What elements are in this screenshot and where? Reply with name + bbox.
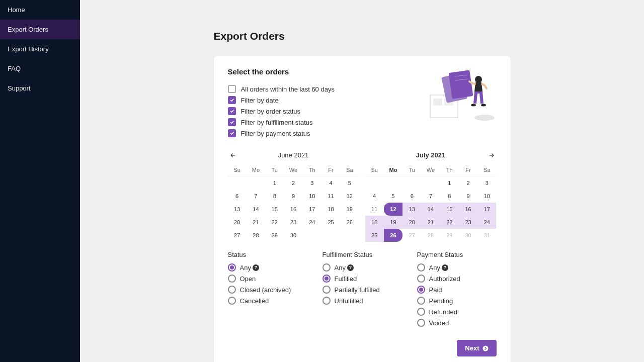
cal-day[interactable]: 8 — [265, 190, 284, 203]
cal-day[interactable]: 7 — [421, 190, 440, 203]
prev-month-button[interactable] — [228, 150, 238, 160]
cal-day[interactable]: 8 — [440, 190, 459, 203]
cal-day[interactable]: 26 — [384, 229, 403, 242]
cal-day[interactable]: 24 — [303, 216, 321, 229]
cal-day[interactable]: 28 — [247, 229, 265, 242]
cal-day[interactable]: 5 — [384, 190, 403, 203]
cal-day[interactable]: 4 — [365, 190, 384, 203]
checkbox[interactable] — [228, 107, 236, 115]
cal-day[interactable]: 14 — [247, 203, 265, 216]
cal-day[interactable]: 13 — [403, 203, 421, 216]
radio-option[interactable]: Authorized — [417, 275, 497, 283]
checkbox[interactable] — [228, 118, 236, 126]
radio-option[interactable]: Voided — [417, 319, 497, 327]
cal-day[interactable]: 16 — [284, 203, 302, 216]
radio[interactable] — [417, 319, 425, 327]
cal-day[interactable]: 3 — [303, 176, 321, 190]
cal-day[interactable]: 9 — [459, 190, 477, 203]
radio-option[interactable]: Partially fulfilled — [323, 286, 402, 294]
cal-day[interactable]: 25 — [321, 216, 340, 229]
cal-day[interactable]: 27 — [228, 229, 247, 242]
cal-day[interactable]: 15 — [440, 203, 459, 216]
cal-day[interactable]: 13 — [228, 203, 247, 216]
radio-option[interactable]: Any? — [417, 263, 497, 272]
checkbox[interactable] — [228, 85, 236, 93]
radio[interactable] — [417, 275, 425, 283]
radio-option[interactable]: Fulfilled — [323, 275, 402, 283]
radio[interactable] — [417, 286, 425, 294]
radio-option[interactable]: Unfulfilled — [323, 297, 402, 305]
cal-day[interactable]: 12 — [340, 190, 359, 203]
help-icon[interactable]: ? — [347, 264, 354, 271]
checkbox[interactable] — [228, 129, 236, 137]
cal-day[interactable]: 7 — [247, 190, 265, 203]
cal-day[interactable]: 28 — [421, 229, 440, 242]
radio[interactable] — [417, 263, 425, 272]
next-month-button[interactable] — [487, 150, 497, 160]
cal-day[interactable]: 20 — [228, 216, 247, 229]
cal-day[interactable]: 26 — [340, 216, 359, 229]
radio-option[interactable]: Any? — [323, 263, 402, 272]
cal-day[interactable]: 2 — [459, 176, 477, 190]
radio-option[interactable]: Paid — [417, 286, 497, 294]
cal-day[interactable]: 17 — [303, 203, 321, 216]
sidebar-item-export-orders[interactable]: Export Orders — [0, 20, 80, 39]
radio[interactable] — [228, 297, 236, 305]
cal-day[interactable]: 22 — [265, 216, 284, 229]
cal-day[interactable]: 3 — [477, 176, 496, 190]
cal-day[interactable]: 2 — [284, 176, 302, 190]
help-icon[interactable]: ? — [253, 264, 259, 271]
cal-day[interactable]: 1 — [440, 176, 459, 190]
cal-day[interactable]: 1 — [265, 176, 284, 190]
checkbox[interactable] — [228, 96, 236, 104]
sidebar-item-faq[interactable]: FAQ — [0, 59, 80, 78]
help-icon[interactable]: ? — [442, 264, 448, 271]
radio-option[interactable]: Any? — [228, 263, 307, 272]
cal-day[interactable]: 6 — [228, 190, 247, 203]
filter-row[interactable]: Filter by payment status — [228, 129, 497, 137]
radio[interactable] — [228, 275, 236, 283]
cal-day[interactable]: 31 — [477, 229, 496, 242]
cal-day[interactable]: 17 — [477, 203, 496, 216]
radio[interactable] — [323, 275, 331, 283]
cal-day[interactable]: 23 — [459, 216, 477, 229]
sidebar-item-home[interactable]: Home — [0, 0, 80, 20]
cal-day[interactable]: 9 — [284, 190, 302, 203]
cal-day[interactable]: 23 — [284, 216, 302, 229]
radio-option[interactable]: Cancelled — [228, 297, 307, 305]
cal-day[interactable]: 29 — [440, 229, 459, 242]
radio-option[interactable]: Closed (archived) — [228, 286, 307, 294]
cal-day[interactable]: 10 — [477, 190, 496, 203]
radio[interactable] — [417, 308, 425, 316]
cal-day[interactable]: 29 — [265, 229, 284, 242]
cal-day[interactable]: 24 — [477, 216, 496, 229]
cal-day[interactable]: 5 — [340, 176, 359, 190]
cal-day[interactable]: 22 — [440, 216, 459, 229]
radio[interactable] — [323, 263, 331, 272]
cal-day[interactable]: 27 — [403, 229, 421, 242]
radio[interactable] — [228, 263, 236, 272]
radio[interactable] — [417, 297, 425, 305]
cal-day[interactable]: 4 — [321, 176, 340, 190]
radio-option[interactable]: Open — [228, 275, 307, 283]
sidebar-item-support[interactable]: Support — [0, 78, 80, 98]
cal-day[interactable]: 25 — [365, 229, 384, 242]
cal-day[interactable]: 30 — [459, 229, 477, 242]
cal-day[interactable]: 18 — [365, 216, 384, 229]
next-button[interactable]: Next — [457, 340, 496, 356]
cal-day[interactable]: 11 — [321, 190, 340, 203]
cal-day[interactable]: 20 — [403, 216, 421, 229]
cal-day[interactable]: 14 — [421, 203, 440, 216]
radio-option[interactable]: Refunded — [417, 308, 497, 316]
cal-day[interactable]: 10 — [303, 190, 321, 203]
cal-day[interactable]: 18 — [321, 203, 340, 216]
radio[interactable] — [228, 286, 236, 294]
cal-day[interactable]: 11 — [365, 203, 384, 216]
cal-day[interactable]: 6 — [403, 190, 421, 203]
cal-day[interactable]: 16 — [459, 203, 477, 216]
sidebar-item-export-history[interactable]: Export History — [0, 39, 80, 59]
cal-day[interactable]: 21 — [247, 216, 265, 229]
cal-day[interactable]: 12 — [384, 203, 403, 216]
cal-day[interactable]: 15 — [265, 203, 284, 216]
cal-day[interactable]: 30 — [284, 229, 302, 242]
